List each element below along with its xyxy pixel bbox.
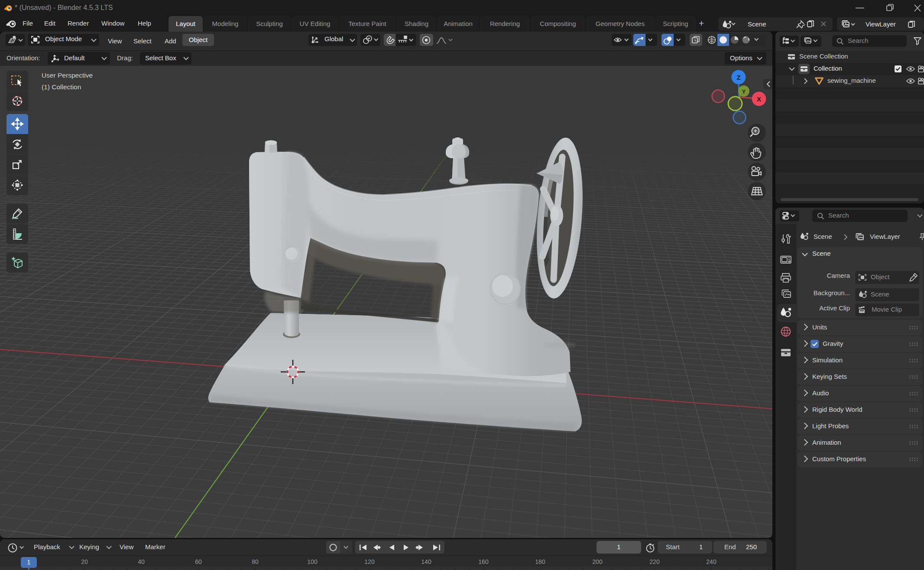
svg-text:X: X [757, 95, 761, 103]
svg-text:Y: Y [742, 88, 746, 95]
svg-text:Z: Z [736, 74, 740, 81]
svg-text:User Perspective: User Perspective [42, 72, 93, 79]
svg-text:(1) Collection: (1) Collection [42, 83, 81, 91]
